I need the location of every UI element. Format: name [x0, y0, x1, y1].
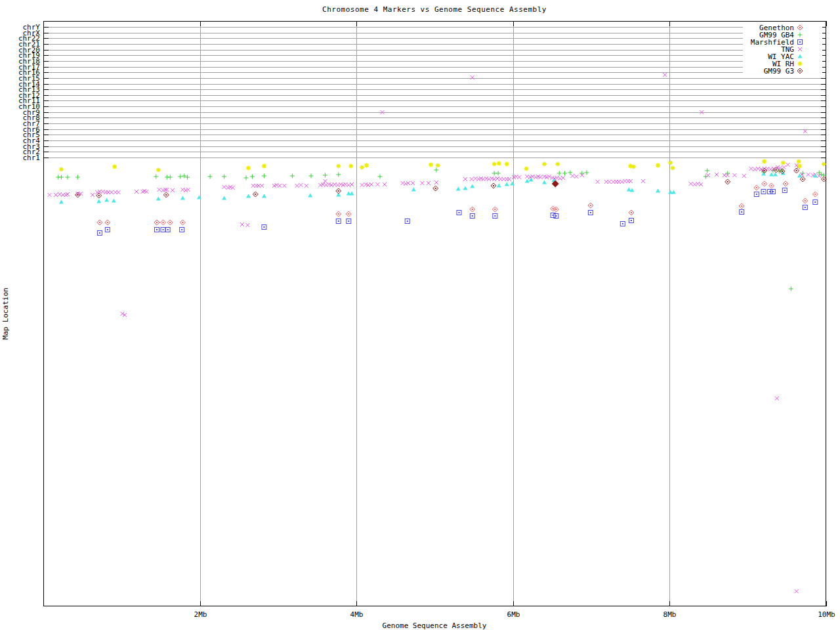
data-point [749, 167, 753, 171]
data-point [656, 189, 660, 193]
data-point [427, 181, 430, 185]
data-point [570, 174, 574, 178]
data-point [96, 200, 101, 203]
data-point [48, 193, 52, 197]
data-point [663, 73, 667, 77]
data-point [59, 175, 64, 180]
data-point [167, 220, 173, 225]
data-point [383, 182, 387, 186]
data-point [770, 190, 775, 194]
data-point [768, 190, 772, 194]
data-point [807, 173, 810, 177]
data-point [245, 223, 249, 227]
legend-label: GM99 G3 [764, 67, 794, 75]
data-point [364, 163, 369, 168]
data-point [222, 175, 226, 179]
data-point [492, 207, 497, 212]
data-point [65, 175, 70, 180]
axis-ticks [43, 21, 827, 606]
data-point [434, 180, 438, 184]
data-point [510, 182, 514, 186]
data-point [789, 287, 793, 291]
data-point [699, 182, 703, 186]
data-point [507, 177, 511, 181]
data-point [739, 203, 744, 209]
data-point [775, 396, 779, 400]
data-point [75, 175, 80, 180]
data-point [323, 173, 327, 178]
data-point [505, 162, 509, 167]
data-point [470, 214, 474, 219]
data-point [411, 181, 415, 185]
data-point [405, 219, 410, 224]
data-point [783, 181, 788, 186]
data-point [491, 183, 496, 188]
data-point [171, 188, 175, 192]
data-point [762, 159, 766, 164]
data-point [336, 173, 341, 177]
data-point [246, 194, 251, 198]
data-point [348, 164, 353, 169]
data-point [154, 220, 159, 225]
data-point [168, 175, 173, 180]
data-point [260, 184, 264, 188]
data-point [456, 187, 461, 191]
data-point [568, 171, 572, 175]
data-point [668, 161, 673, 165]
data-point [262, 194, 266, 198]
data-point [493, 214, 497, 219]
data-point [631, 165, 636, 169]
x-tick-label: 2Mb [194, 610, 207, 619]
data-point [795, 589, 799, 593]
data-point [156, 197, 161, 201]
data-point [299, 183, 303, 187]
data-point [492, 162, 497, 167]
data-point [262, 164, 266, 169]
data-point [596, 180, 600, 184]
x-tick-label: 8Mb [663, 610, 677, 619]
x-tick-label: 6Mb [507, 610, 520, 619]
data-point [222, 196, 226, 200]
data-point [282, 184, 286, 188]
data-point [154, 175, 158, 179]
gridlines [43, 21, 826, 606]
data-point [798, 62, 803, 66]
data-point [180, 196, 185, 200]
data-point [524, 167, 529, 171]
data-point [629, 219, 633, 223]
x-tick-label: 10Mb [818, 610, 835, 619]
data-point [725, 179, 730, 184]
data-point [781, 161, 786, 165]
series-wi-yac [59, 171, 818, 204]
data-point [471, 75, 474, 79]
data-point [801, 171, 805, 176]
data-point [243, 176, 248, 180]
plot-border [44, 22, 826, 606]
data-point [336, 164, 341, 169]
data-point [574, 175, 578, 178]
data-point [754, 192, 759, 197]
data-point [336, 211, 341, 217]
series-gm99-g3 [75, 167, 826, 198]
data-point [290, 174, 295, 178]
data-point [360, 165, 364, 170]
data-point [91, 193, 94, 197]
data-point [180, 228, 184, 232]
data-point [240, 222, 244, 226]
data-point [246, 166, 251, 171]
data-point [584, 171, 589, 175]
data-point [492, 171, 497, 176]
data-point [346, 211, 351, 217]
data-point [156, 168, 161, 173]
data-point [64, 193, 68, 197]
data-point [803, 198, 808, 203]
data-point [304, 184, 308, 188]
data-point [429, 163, 433, 167]
data-point [375, 182, 379, 186]
data-point [208, 175, 213, 179]
data-point [377, 175, 382, 179]
data-point [497, 161, 501, 166]
y-axis-label: Map Location [1, 287, 10, 339]
legend: GenethonGM99 GB4MarshfieldTNGWI YACWI RH… [743, 24, 822, 75]
y-tick-label: chr1 [23, 154, 41, 162]
